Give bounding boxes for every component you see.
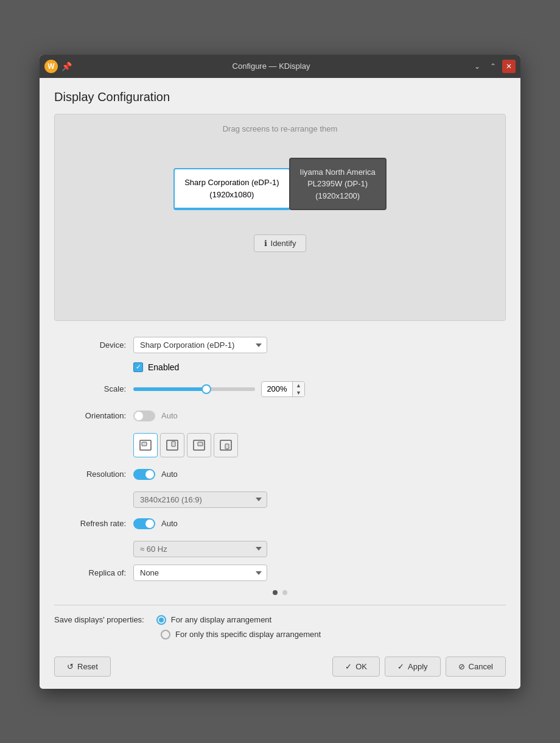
svg-rect-5 — [198, 442, 203, 446]
refresh-toggle[interactable] — [133, 518, 155, 529]
apply-icon: ✓ — [397, 662, 404, 671]
scale-label: Scale: — [54, 384, 133, 393]
save-displays-label: Save displays' properties: — [54, 615, 144, 624]
refresh-control: Auto — [133, 518, 506, 529]
save-section: Save displays' properties: For any displ… — [54, 615, 506, 639]
scale-value: 200% — [262, 382, 292, 396]
enabled-label: Enabled — [148, 362, 179, 372]
resolution-control: Auto — [133, 469, 506, 480]
orientation-icons — [133, 433, 506, 457]
main-window: W 📌 Configure — KDisplay ⌄ ⌃ ✕ Display C… — [40, 55, 520, 689]
enabled-row: Enabled — [133, 362, 506, 372]
replica-control: None — [133, 565, 506, 581]
screens-area: Sharp Corporation (eDP-1) (1920x1080) Ii… — [173, 158, 387, 211]
replica-label: Replica of: — [54, 568, 133, 577]
dot-1[interactable] — [273, 590, 278, 595]
save-radio-2[interactable] — [161, 630, 170, 639]
drag-hint: Drag screens to re-arrange them — [223, 124, 338, 133]
screen-preview-area: Drag screens to re-arrange them Sharp Co… — [54, 114, 506, 321]
refresh-row: Refresh rate: Auto — [54, 514, 506, 533]
orient-180-icon[interactable] — [187, 433, 211, 457]
cancel-label: Cancel — [469, 662, 493, 671]
save-radio-1[interactable] — [156, 615, 166, 625]
save-radio-row-1: Save displays' properties: For any displ… — [54, 615, 506, 625]
resolution-select-row: 3840x2160 (16:9) — [133, 491, 506, 508]
orientation-row: Orientation: Auto — [54, 406, 506, 426]
content-area: Display Configuration Drag screens to re… — [40, 78, 520, 689]
save-option-2-label: For only this specific display arrangeme… — [175, 630, 321, 639]
resolution-auto-label: Auto — [161, 470, 178, 479]
resolution-toggle[interactable] — [133, 469, 155, 480]
divider — [54, 605, 506, 605]
orientation-label: Orientation: — [54, 411, 133, 420]
reset-icon: ↺ — [67, 662, 74, 671]
device-control: Sharp Corporation (eDP-1) — [133, 337, 506, 353]
scale-control: 200% ▲ ▼ — [133, 381, 506, 397]
settings-section: Device: Sharp Corporation (eDP-1) Enable… — [54, 333, 506, 652]
identify-label: Identify — [271, 239, 296, 248]
replica-row: Replica of: None — [54, 563, 506, 583]
replica-select[interactable]: None — [133, 565, 267, 581]
reset-button[interactable]: ↺ Reset — [54, 657, 111, 677]
refresh-label: Refresh rate: — [54, 519, 133, 528]
save-radio-row-2: For only this specific display arrangeme… — [161, 630, 506, 639]
svg-rect-3 — [172, 442, 175, 446]
identify-button[interactable]: ℹ Identify — [254, 234, 307, 252]
reset-label: Reset — [77, 662, 98, 671]
refresh-auto-label: Auto — [161, 519, 178, 528]
scale-row: Scale: 200% ▲ ▼ — [54, 379, 506, 399]
screen-sharp[interactable]: Sharp Corporation (eDP-1) (1920x1080) — [173, 168, 290, 210]
resolution-select[interactable]: 3840x2160 (16:9) — [133, 491, 267, 508]
svg-rect-1 — [142, 442, 147, 446]
scale-up-button[interactable]: ▲ — [293, 382, 304, 389]
pin-icon[interactable]: 📌 — [61, 62, 72, 71]
maximize-button[interactable]: ⌃ — [486, 60, 500, 73]
scale-down-button[interactable]: ▼ — [293, 389, 304, 396]
device-select[interactable]: Sharp Corporation (eDP-1) — [133, 337, 267, 353]
close-button[interactable]: ✕ — [502, 60, 516, 73]
dot-2[interactable] — [282, 590, 287, 595]
footer-buttons: ↺ Reset ✓ OK ✓ Apply ⊘ Cancel — [54, 652, 506, 677]
screen-iiyama-name: Iiyama North AmericaPL2395W (DP-1) — [300, 166, 376, 190]
orientation-auto-label: Auto — [161, 411, 178, 420]
cancel-button[interactable]: ⊘ Cancel — [446, 657, 506, 677]
page-title: Display Configuration — [54, 90, 506, 104]
orient-270-icon[interactable] — [214, 433, 238, 457]
orient-normal-icon[interactable] — [133, 433, 158, 457]
ok-label: OK — [355, 662, 367, 671]
orientation-toggle[interactable] — [133, 410, 155, 421]
info-icon: ℹ — [264, 239, 267, 248]
refresh-select-row: ≈ 60 Hz — [133, 541, 506, 557]
apply-label: Apply — [408, 662, 428, 671]
ok-button[interactable]: ✓ OK — [332, 657, 380, 677]
scale-slider[interactable] — [133, 387, 255, 391]
cancel-icon: ⊘ — [458, 662, 465, 671]
screen-iiyama-res: (1920x1200) — [300, 190, 376, 202]
orient-90-icon[interactable] — [160, 433, 184, 457]
save-option-1-label: For any display arrangement — [171, 615, 271, 624]
resolution-label: Resolution: — [54, 470, 133, 479]
window-controls: ⌄ ⌃ ✕ — [471, 60, 516, 73]
scale-arrows: ▲ ▼ — [292, 382, 304, 396]
minimize-button[interactable]: ⌄ — [471, 60, 484, 73]
window-title: Configure — KDisplay — [75, 62, 467, 71]
scale-thumb[interactable] — [201, 384, 211, 394]
enabled-checkbox[interactable] — [133, 362, 143, 372]
app-logo: W — [44, 60, 58, 73]
page-dots — [54, 590, 506, 595]
device-label: Device: — [54, 340, 133, 350]
svg-rect-7 — [225, 444, 229, 449]
action-buttons: ✓ OK ✓ Apply ⊘ Cancel — [332, 657, 506, 677]
resolution-row: Resolution: Auto — [54, 465, 506, 484]
orientation-control: Auto — [133, 410, 506, 421]
titlebar: W 📌 Configure — KDisplay ⌄ ⌃ ✕ — [40, 55, 520, 78]
apply-button[interactable]: ✓ Apply — [385, 657, 441, 677]
screen-sharp-name: Sharp Corporation (eDP-1) — [184, 177, 279, 189]
ok-icon: ✓ — [345, 662, 352, 671]
screen-sharp-res: (1920x1080) — [184, 189, 279, 201]
device-row: Device: Sharp Corporation (eDP-1) — [54, 336, 506, 355]
refresh-select[interactable]: ≈ 60 Hz — [133, 541, 267, 557]
screen-iiyama[interactable]: Iiyama North AmericaPL2395W (DP-1) (1920… — [289, 158, 387, 211]
scale-spinbox: 200% ▲ ▼ — [261, 381, 305, 397]
